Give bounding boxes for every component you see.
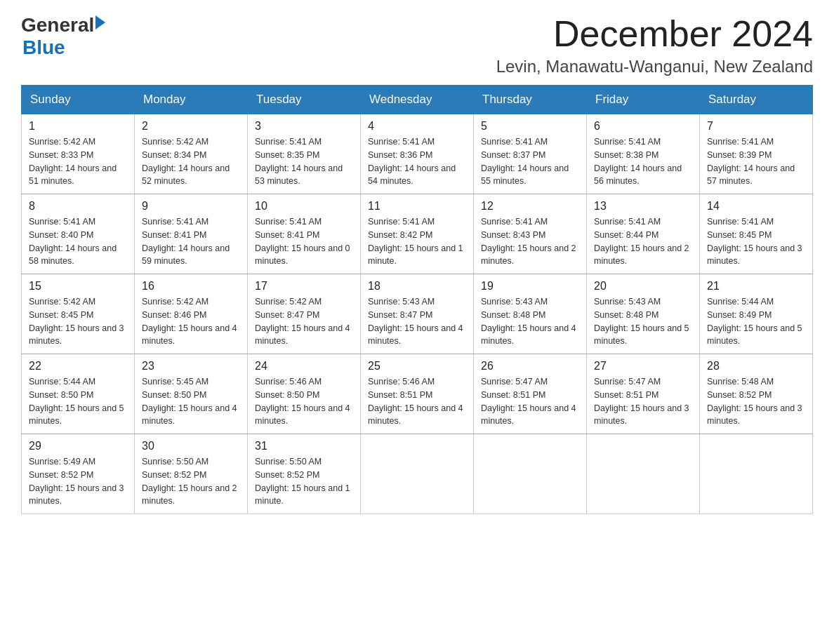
calendar-table: SundayMondayTuesdayWednesdayThursdayFrid… <box>21 85 813 514</box>
day-number: 12 <box>481 200 579 213</box>
day-info: Sunrise: 5:46 AMSunset: 8:51 PMDaylight:… <box>368 375 466 428</box>
calendar-cell: 2Sunrise: 5:42 AMSunset: 8:34 PMDaylight… <box>135 114 248 194</box>
day-number: 11 <box>368 200 466 213</box>
day-info: Sunrise: 5:47 AMSunset: 8:51 PMDaylight:… <box>481 375 579 428</box>
day-number: 31 <box>255 440 353 452</box>
calendar-cell: 5Sunrise: 5:41 AMSunset: 8:37 PMDaylight… <box>474 114 587 194</box>
day-number: 7 <box>707 120 805 133</box>
calendar-cell: 27Sunrise: 5:47 AMSunset: 8:51 PMDayligh… <box>587 354 700 434</box>
calendar-week-row: 22Sunrise: 5:44 AMSunset: 8:50 PMDayligh… <box>22 354 813 434</box>
day-info: Sunrise: 5:47 AMSunset: 8:51 PMDaylight:… <box>594 375 692 428</box>
day-info: Sunrise: 5:44 AMSunset: 8:50 PMDaylight:… <box>29 375 127 428</box>
logo-blue: Blue <box>22 36 105 59</box>
day-number: 17 <box>255 280 353 293</box>
day-number: 18 <box>368 280 466 293</box>
day-number: 10 <box>255 200 353 213</box>
logo-general: General <box>21 14 94 36</box>
day-info: Sunrise: 5:49 AMSunset: 8:52 PMDaylight:… <box>29 455 127 508</box>
calendar-cell: 9Sunrise: 5:41 AMSunset: 8:41 PMDaylight… <box>135 194 248 274</box>
day-info: Sunrise: 5:41 AMSunset: 8:45 PMDaylight:… <box>707 215 805 268</box>
day-number: 13 <box>594 200 692 213</box>
weekday-header-monday: Monday <box>135 86 248 114</box>
day-info: Sunrise: 5:41 AMSunset: 8:38 PMDaylight:… <box>594 135 692 188</box>
day-info: Sunrise: 5:42 AMSunset: 8:45 PMDaylight:… <box>29 295 127 348</box>
day-info: Sunrise: 5:41 AMSunset: 8:35 PMDaylight:… <box>255 135 353 188</box>
day-number: 21 <box>707 280 805 293</box>
calendar-cell: 20Sunrise: 5:43 AMSunset: 8:48 PMDayligh… <box>587 274 700 354</box>
calendar-cell: 13Sunrise: 5:41 AMSunset: 8:44 PMDayligh… <box>587 194 700 274</box>
day-info: Sunrise: 5:43 AMSunset: 8:48 PMDaylight:… <box>481 295 579 348</box>
day-number: 25 <box>368 360 466 373</box>
day-number: 9 <box>142 200 240 213</box>
calendar-cell: 6Sunrise: 5:41 AMSunset: 8:38 PMDaylight… <box>587 114 700 194</box>
day-number: 26 <box>481 360 579 373</box>
day-info: Sunrise: 5:41 AMSunset: 8:36 PMDaylight:… <box>368 135 466 188</box>
day-info: Sunrise: 5:44 AMSunset: 8:49 PMDaylight:… <box>707 295 805 348</box>
day-number: 29 <box>29 440 127 452</box>
calendar-cell <box>700 434 813 514</box>
day-number: 19 <box>481 280 579 293</box>
calendar-cell: 24Sunrise: 5:46 AMSunset: 8:50 PMDayligh… <box>248 354 361 434</box>
calendar-cell: 26Sunrise: 5:47 AMSunset: 8:51 PMDayligh… <box>474 354 587 434</box>
day-info: Sunrise: 5:42 AMSunset: 8:34 PMDaylight:… <box>142 135 240 188</box>
day-number: 1 <box>29 120 127 133</box>
day-info: Sunrise: 5:41 AMSunset: 8:42 PMDaylight:… <box>368 215 466 268</box>
calendar-cell: 30Sunrise: 5:50 AMSunset: 8:52 PMDayligh… <box>135 434 248 514</box>
day-info: Sunrise: 5:45 AMSunset: 8:50 PMDaylight:… <box>142 375 240 428</box>
day-number: 6 <box>594 120 692 133</box>
day-info: Sunrise: 5:41 AMSunset: 8:41 PMDaylight:… <box>142 215 240 268</box>
day-info: Sunrise: 5:50 AMSunset: 8:52 PMDaylight:… <box>255 455 353 508</box>
calendar-cell: 12Sunrise: 5:41 AMSunset: 8:43 PMDayligh… <box>474 194 587 274</box>
page-header: General Blue December 2024 Levin, Manawa… <box>21 14 813 76</box>
logo-arrow-icon <box>95 15 105 29</box>
calendar-cell: 18Sunrise: 5:43 AMSunset: 8:47 PMDayligh… <box>361 274 474 354</box>
calendar-cell <box>361 434 474 514</box>
calendar-cell: 4Sunrise: 5:41 AMSunset: 8:36 PMDaylight… <box>361 114 474 194</box>
day-info: Sunrise: 5:42 AMSunset: 8:47 PMDaylight:… <box>255 295 353 348</box>
calendar-cell: 8Sunrise: 5:41 AMSunset: 8:40 PMDaylight… <box>22 194 135 274</box>
calendar-cell: 31Sunrise: 5:50 AMSunset: 8:52 PMDayligh… <box>248 434 361 514</box>
calendar-cell: 19Sunrise: 5:43 AMSunset: 8:48 PMDayligh… <box>474 274 587 354</box>
day-info: Sunrise: 5:41 AMSunset: 8:41 PMDaylight:… <box>255 215 353 268</box>
calendar-cell: 1Sunrise: 5:42 AMSunset: 8:33 PMDaylight… <box>22 114 135 194</box>
calendar-week-row: 15Sunrise: 5:42 AMSunset: 8:45 PMDayligh… <box>22 274 813 354</box>
location: Levin, Manawatu-Wanganui, New Zealand <box>496 57 813 76</box>
weekday-header-friday: Friday <box>587 86 700 114</box>
day-number: 30 <box>142 440 240 452</box>
month-title: December 2024 <box>496 14 813 54</box>
day-info: Sunrise: 5:46 AMSunset: 8:50 PMDaylight:… <box>255 375 353 428</box>
title-section: December 2024 Levin, Manawatu-Wanganui, … <box>496 14 813 76</box>
day-info: Sunrise: 5:43 AMSunset: 8:47 PMDaylight:… <box>368 295 466 348</box>
calendar-cell: 7Sunrise: 5:41 AMSunset: 8:39 PMDaylight… <box>700 114 813 194</box>
calendar-cell: 15Sunrise: 5:42 AMSunset: 8:45 PMDayligh… <box>22 274 135 354</box>
calendar-cell: 16Sunrise: 5:42 AMSunset: 8:46 PMDayligh… <box>135 274 248 354</box>
day-number: 2 <box>142 120 240 133</box>
calendar-body: 1Sunrise: 5:42 AMSunset: 8:33 PMDaylight… <box>22 114 813 514</box>
calendar-cell: 23Sunrise: 5:45 AMSunset: 8:50 PMDayligh… <box>135 354 248 434</box>
logo: General Blue <box>21 14 105 59</box>
day-number: 27 <box>594 360 692 373</box>
day-number: 24 <box>255 360 353 373</box>
day-info: Sunrise: 5:50 AMSunset: 8:52 PMDaylight:… <box>142 455 240 508</box>
day-info: Sunrise: 5:42 AMSunset: 8:46 PMDaylight:… <box>142 295 240 348</box>
calendar-week-row: 29Sunrise: 5:49 AMSunset: 8:52 PMDayligh… <box>22 434 813 514</box>
calendar-cell: 21Sunrise: 5:44 AMSunset: 8:49 PMDayligh… <box>700 274 813 354</box>
calendar-cell: 25Sunrise: 5:46 AMSunset: 8:51 PMDayligh… <box>361 354 474 434</box>
day-info: Sunrise: 5:41 AMSunset: 8:43 PMDaylight:… <box>481 215 579 268</box>
day-info: Sunrise: 5:43 AMSunset: 8:48 PMDaylight:… <box>594 295 692 348</box>
day-number: 14 <box>707 200 805 213</box>
weekday-header-tuesday: Tuesday <box>248 86 361 114</box>
day-number: 22 <box>29 360 127 373</box>
day-number: 8 <box>29 200 127 213</box>
day-number: 4 <box>368 120 466 133</box>
calendar-cell: 10Sunrise: 5:41 AMSunset: 8:41 PMDayligh… <box>248 194 361 274</box>
day-info: Sunrise: 5:48 AMSunset: 8:52 PMDaylight:… <box>707 375 805 428</box>
day-number: 3 <box>255 120 353 133</box>
weekday-header-wednesday: Wednesday <box>361 86 474 114</box>
calendar-cell: 11Sunrise: 5:41 AMSunset: 8:42 PMDayligh… <box>361 194 474 274</box>
day-number: 16 <box>142 280 240 293</box>
weekday-header-row: SundayMondayTuesdayWednesdayThursdayFrid… <box>22 86 813 114</box>
day-info: Sunrise: 5:42 AMSunset: 8:33 PMDaylight:… <box>29 135 127 188</box>
weekday-header-sunday: Sunday <box>22 86 135 114</box>
calendar-cell: 29Sunrise: 5:49 AMSunset: 8:52 PMDayligh… <box>22 434 135 514</box>
